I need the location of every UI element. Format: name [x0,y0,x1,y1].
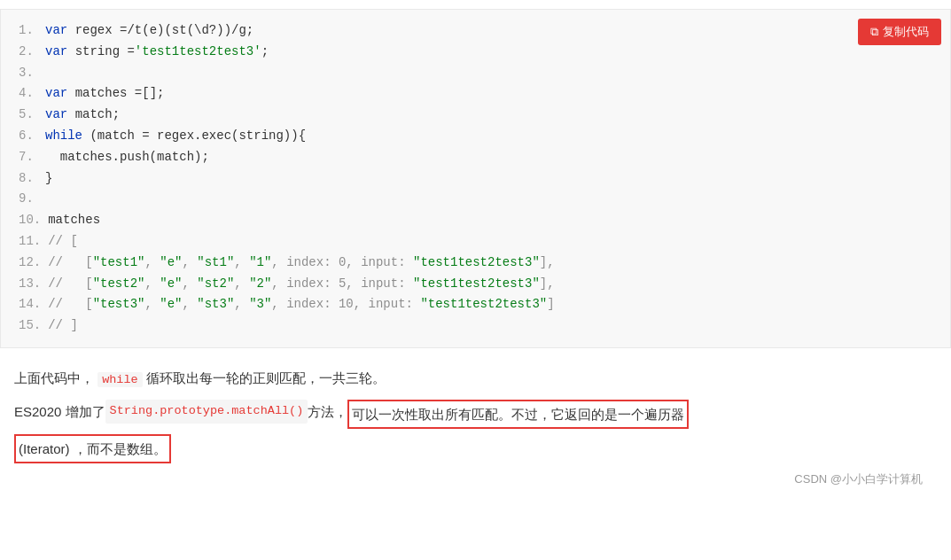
line-num-10: 10. [19,210,48,231]
code-content-6: while (match = regex.exec(string)){ [45,126,897,147]
para2-code: String.prototype.matchAll() [105,400,308,423]
para2-mid: 方法， [308,400,347,424]
code-line-3: 3. [19,63,897,84]
code-line-2: 2. var string ='test1test2test3'; [19,42,897,63]
code-line-5: 5. var match; [19,105,897,126]
code-content-7: matches.push(match); [45,147,897,168]
paragraph-2: ES2020 增加了 String.prototype.matchAll() 方… [14,400,937,429]
line-num-5: 5. [19,105,45,126]
line-num-4: 4. [19,83,45,105]
code-content-11: // [ [48,231,897,253]
copy-label: 复制代码 [883,24,929,40]
code-content-8: } [45,168,897,190]
para1-keyword: while [97,372,143,387]
attribution-text: CSDN @小小白学计算机 [794,472,923,486]
page-wrapper: ⧉ 复制代码 1. var regex =/t(e)(st(\d?))/g; 2… [0,0,951,503]
line-num-11: 11. [19,231,48,253]
line-num-3: 3. [19,63,45,84]
code-content-15: // ] [48,315,897,337]
line-num-14: 14. [19,294,48,315]
code-content-5: var match; [45,105,897,126]
code-line-13: 13. // ["test2", "e", "st2", "2", index:… [19,274,897,295]
copy-code-button[interactable]: ⧉ 复制代码 [858,19,941,45]
code-content-4: var matches =[]; [45,83,897,105]
para1-before: 上面代码中， [14,370,94,385]
code-content-13: // ["test2", "e", "st2", "2", index: 5, … [48,274,897,295]
para1-after: 循环取出每一轮的正则匹配，一共三轮。 [146,370,386,385]
line-num-9: 9. [19,189,45,210]
code-line-11: 11. // [ [19,231,897,253]
code-line-15: 15. // ] [19,315,897,337]
code-line-12: 12. // ["test1", "e", "st1", "1", index:… [19,253,897,274]
code-content-12: // ["test1", "e", "st1", "1", index: 0, … [48,253,897,274]
text-section: 上面代码中， while 循环取出每一轮的正则匹配，一共三轮。 ES2020 增… [0,366,951,489]
keyword: var [45,44,67,58]
paragraph-2b: (Iterator) ，而不是数组。 [14,434,937,463]
line-num-6: 6. [19,126,45,147]
code-content-14: // ["test3", "e", "st3", "3", index: 10,… [48,294,897,315]
line-num-12: 12. [19,253,48,274]
line-num-15: 15. [19,315,48,337]
line-num-8: 8. [19,168,45,190]
code-block: ⧉ 复制代码 1. var regex =/t(e)(st(\d?))/g; 2… [0,9,951,348]
code-content-2: var string ='test1test2test3'; [45,42,897,63]
copy-icon: ⧉ [870,25,878,39]
code-line-4: 4. var matches =[]; [19,83,897,105]
line-num-2: 2. [19,42,45,63]
code-content-10: matches [48,210,897,231]
code-line-14: 14. // ["test3", "e", "st3", "3", index:… [19,294,897,315]
para2-highlight2: (Iterator) ，而不是数组。 [14,434,171,463]
code-line-10: 10. matches [19,210,897,231]
keyword: var [45,23,67,37]
paragraph-1: 上面代码中， while 循环取出每一轮的正则匹配，一共三轮。 [14,366,937,391]
code-line-9: 9. [19,189,897,210]
attribution: CSDN @小小白学计算机 [14,471,937,489]
code-line-8: 8. } [19,168,897,190]
para2-prefix: ES2020 增加了 [14,400,105,424]
line-num-13: 13. [19,274,48,295]
code-line-7: 7. matches.push(match); [19,147,897,168]
line-num-7: 7. [19,147,45,168]
code-line-6: 6. while (match = regex.exec(string)){ [19,126,897,147]
code-line-1: 1. var regex =/t(e)(st(\d?))/g; [19,20,897,42]
para2-highlight1: 可以一次性取出所有匹配。不过，它返回的是一个遍历器 [347,400,689,429]
code-content-1: var regex =/t(e)(st(\d?))/g; [45,20,897,42]
line-num-1: 1. [19,20,45,42]
